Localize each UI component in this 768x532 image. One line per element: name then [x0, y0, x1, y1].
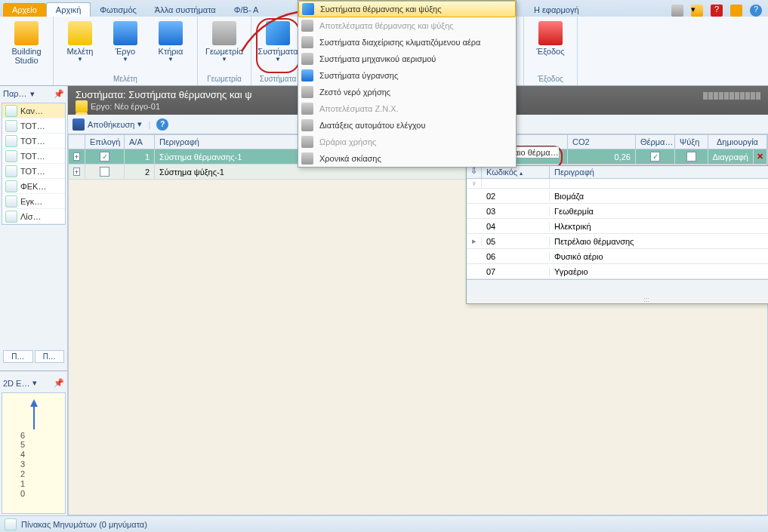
rail-item[interactable]: TOT… — [2, 118, 65, 134]
gear-icon[interactable]: ▾ — [691, 5, 703, 17]
delete-icon[interactable]: ✕ — [754, 149, 767, 164]
rail-item[interactable]: Λίσ… — [2, 209, 65, 224]
menu-item-label: Συστήματα ύγρανσης — [319, 71, 398, 80]
col-co2[interactable]: CO2 — [568, 135, 636, 149]
left-rail: Παρ… ▾ 📌 Καν…TOT…TOT…TOT…TOT…ΦΕΚ…Εγκ…Λίσ… — [0, 86, 68, 515]
menu-item[interactable]: Συστήματα διαχείρισης κλιματιζόμενου αέρ… — [298, 34, 516, 51]
ribbon-έξοδος[interactable]: Έξοδος — [529, 18, 572, 73]
doc-icon — [5, 120, 17, 132]
col-heat[interactable]: Θέρμα… — [636, 135, 675, 149]
rss-icon[interactable] — [730, 5, 742, 17]
col-cool[interactable]: Ψύξη — [675, 135, 708, 149]
col-select[interactable]: Επιλογή — [85, 135, 125, 149]
ribbon-συστήματα[interactable]: Συστήματα▼ — [256, 18, 300, 73]
dd-row[interactable]: 02Βιομάζα — [467, 189, 768, 204]
col-aa[interactable]: Α/Α — [125, 135, 155, 149]
dd-cell-code: 04 — [482, 222, 550, 231]
fuel-dropdown[interactable]: ⇩ Κωδικός ▴ Περιγραφή ♀ 02Βιομάζα03Γεωθε… — [466, 165, 768, 304]
menu-item-label: Συστήματα μηχανικού αερισμού — [319, 54, 436, 63]
doc-icon — [5, 135, 17, 147]
systems-dropdown-menu[interactable]: Συστήματα θέρμανσης και ψύξηςΑποτελέσματ… — [298, 0, 517, 168]
menu-item[interactable]: Χρονικά σκίασης — [298, 150, 516, 167]
menu-item: Αποτελέσματα θέρμανσης και ψύξης — [298, 17, 516, 34]
expand-icon[interactable]: + — [73, 168, 80, 176]
rail-item-label: Λίσ… — [20, 212, 42, 221]
rail-item[interactable]: ΦΕΚ… — [2, 179, 65, 194]
rail-item[interactable]: TOT… — [2, 164, 65, 179]
cell-aa: 2 — [125, 165, 155, 179]
ribbon-icon — [68, 21, 92, 45]
dd-cell-code: 07 — [482, 267, 550, 276]
menu-item-label: Συστήματα διαχείρισης κλιματιζόμενου αέρ… — [319, 38, 480, 47]
ribbon-μελέτη[interactable]: Μελέτη▼ — [58, 18, 102, 73]
ribbon-label: Κτήρια — [159, 47, 184, 56]
dd-row[interactable]: 03Γεωθερμία — [467, 204, 768, 219]
pin-icon[interactable]: 📌 — [54, 89, 64, 99]
chevron-down-icon[interactable]: ▾ — [32, 378, 37, 388]
dd-col-desc[interactable]: Περιγραφή — [550, 166, 768, 178]
mini-tab-1[interactable]: Π… — [3, 350, 33, 363]
rail-header-params: Παρ… ▾ 📌 — [0, 86, 67, 101]
panel-progress-boxes — [703, 92, 760, 100]
rail-item[interactable]: Εγκ… — [2, 194, 65, 209]
tab-lighting[interactable]: Φωτισμός — [91, 3, 146, 17]
dd-cell-desc: Ηλεκτρική — [550, 222, 768, 231]
heat-checkbox[interactable]: ✓ — [650, 152, 660, 161]
rail-item[interactable]: Καν… — [2, 103, 65, 118]
rail-item[interactable]: TOT… — [2, 134, 65, 149]
ribbon-κτήρια[interactable]: Κτήρια▼ — [149, 18, 193, 73]
menu-item[interactable]: Συστήματα θέρμανσης και ψύξης — [298, 1, 516, 17]
dd-resize-handle[interactable]: ::: — [467, 296, 768, 303]
menu-item-label: Διατάξεις αυτομάτου ελέγχου — [319, 121, 426, 130]
help-icon[interactable]: ? — [711, 5, 723, 17]
refresh-icon[interactable] — [671, 5, 683, 17]
dd-filter-icon[interactable]: ♀ — [467, 179, 482, 188]
messages-icon[interactable] — [5, 518, 17, 530]
rail-item[interactable]: TOT… — [2, 149, 65, 164]
cell-delete[interactable]: Διαγραφή — [708, 149, 754, 164]
row-checkbox[interactable] — [100, 167, 109, 177]
expand-icon[interactable]: + — [73, 152, 80, 161]
dd-cell-desc: Γεωθερμία — [550, 207, 768, 216]
ribbon-group-title: Συστήματα — [260, 73, 296, 85]
pin-icon[interactable]: 📌 — [54, 378, 64, 388]
cool-checkbox[interactable] — [686, 152, 696, 161]
menu-item-label: Ζεστό νερό χρήσης — [319, 88, 390, 97]
rail-item-label: TOT… — [20, 137, 45, 146]
row-checkbox[interactable]: ✓ — [100, 152, 109, 161]
col-create[interactable]: Δημιουργία — [708, 135, 767, 149]
rail-item-label: ΦΕΚ… — [20, 182, 46, 191]
help-button[interactable]: ? — [156, 118, 168, 131]
status-text[interactable]: Πίνακας Μηνυμάτων (0 μηνύματα) — [21, 520, 147, 529]
ribbon-icon — [212, 21, 236, 45]
dd-col-code[interactable]: Κωδικός ▴ — [482, 166, 550, 178]
tab-home[interactable]: Αρχική — [46, 2, 91, 17]
menu-item-icon — [301, 69, 313, 81]
doc-icon — [5, 180, 17, 192]
menu-item[interactable]: Ζεστό νερό χρήσης — [298, 84, 516, 100]
tab-app[interactable]: Η εφαρμογή — [525, 3, 588, 17]
mini-tab-2[interactable]: Π… — [35, 350, 65, 363]
ribbon-building-studio[interactable]: Building Studio — [5, 18, 48, 81]
dd-row[interactable]: 07Υγραέριο — [467, 264, 768, 279]
menu-item[interactable]: Διατάξεις αυτομάτου ελέγχου — [298, 117, 516, 134]
status-bar: Πίνακας Μηνυμάτων (0 μηνύματα) — [0, 515, 768, 532]
tab-file[interactable]: Αρχείο — [3, 3, 46, 17]
dd-row[interactable]: ▸05Πετρέλαιο θέρμανσης — [467, 234, 768, 249]
menu-item: Αποτελέσματα Ζ.Ν.Χ. — [298, 100, 516, 117]
save-button[interactable]: Αποθήκευση ▾ — [72, 118, 142, 131]
ribbon-γεωμετρία[interactable]: Γεωμετρία▼ — [202, 18, 246, 73]
chevron-down-icon[interactable]: ▾ — [30, 89, 35, 99]
menu-item-icon — [301, 20, 313, 32]
tab-pv[interactable]: Φ/Β- Α — [225, 3, 268, 17]
ribbon-έργο[interactable]: Έργο▼ — [103, 18, 147, 73]
menu-item[interactable]: Συστήματα ύγρανσης — [298, 67, 516, 84]
svg-marker-1 — [30, 399, 38, 407]
dd-row[interactable]: 04Ηλεκτρική — [467, 219, 768, 234]
menu-item[interactable]: Συστήματα μηχανικού αερισμού — [298, 51, 516, 67]
dd-row[interactable]: 06Φυσικό αέριο — [467, 249, 768, 264]
chevron-down-icon[interactable]: ▾ — [137, 119, 142, 129]
info-icon[interactable]: ? — [750, 5, 762, 17]
tab-other-systems[interactable]: Άλλα συστήματα — [146, 3, 225, 17]
ruler-2d[interactable]: 6543210 — [2, 392, 66, 515]
